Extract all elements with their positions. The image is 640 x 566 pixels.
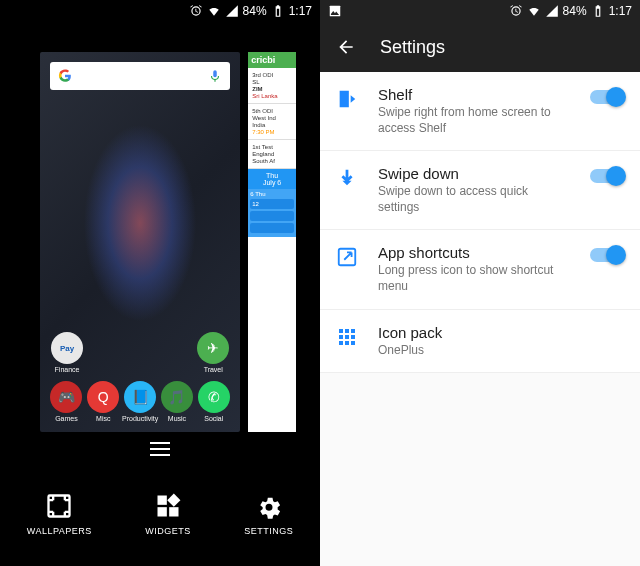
- widget-preview[interactable]: cricbi 3rd ODI SL ZIM Sri Lanka 5th ODI …: [248, 52, 296, 432]
- wifi-icon: [207, 4, 221, 18]
- setting-swipe-down[interactable]: Swipe downSwipe down to access quick set…: [320, 151, 640, 230]
- app-grid: PayFinance✈Travel 🎮GamesQMisc📘Productivi…: [48, 332, 232, 422]
- launcher-actions: WALLPAPERS WIDGETS SETTINGS: [0, 492, 320, 536]
- svg-rect-2: [167, 494, 180, 507]
- setting-title: App shortcuts: [378, 244, 570, 261]
- app-icon: 🎵: [161, 381, 193, 413]
- statusbar-right: 84% 1:17: [320, 0, 640, 22]
- app-label: Travel: [204, 366, 223, 373]
- app-label: Productivity: [122, 415, 158, 422]
- match-2: 5th ODI West Ind India 7:30 PM: [248, 104, 296, 140]
- app-shortcuts-icon: [336, 246, 358, 268]
- battery-icon: [271, 4, 285, 18]
- gear-icon: [255, 492, 283, 520]
- app-icon: 📘: [124, 381, 156, 413]
- icon-pack-icon: [336, 326, 358, 348]
- svg-rect-0: [49, 496, 70, 517]
- svg-rect-4: [169, 507, 178, 516]
- toggle-switch[interactable]: [590, 248, 624, 262]
- svg-rect-1: [158, 496, 167, 505]
- calendar-header: Thu July 6: [248, 169, 296, 189]
- app-icon: ✈: [197, 332, 229, 364]
- phone-settings: 84% 1:17 Settings ShelfSwipe right from …: [320, 0, 640, 566]
- match-3: 1st Test England South Af: [248, 140, 296, 169]
- wifi-icon: [527, 4, 541, 18]
- launcher-overview: PayFinance✈Travel 🎮GamesQMisc📘Productivi…: [0, 22, 320, 566]
- settings-list: ShelfSwipe right from home screen to acc…: [320, 72, 640, 373]
- app-social[interactable]: ✆Social: [195, 381, 232, 422]
- app-label: Finance: [55, 366, 80, 373]
- svg-rect-3: [158, 507, 167, 516]
- signal-icon: [545, 4, 559, 18]
- app-misc[interactable]: QMisc: [85, 381, 122, 422]
- battery-text: 84%: [243, 4, 267, 18]
- picture-icon: [328, 4, 342, 18]
- setting-icon-pack[interactable]: Icon packOnePlus: [320, 310, 640, 374]
- settings-button[interactable]: SETTINGS: [244, 492, 293, 536]
- setting-subtitle: OnePlus: [378, 343, 624, 359]
- wallpapers-icon: [45, 492, 73, 520]
- app-label: Music: [168, 415, 186, 422]
- match-1: 3rd ODI SL ZIM Sri Lanka: [248, 68, 296, 104]
- app-finance[interactable]: PayFinance: [48, 332, 86, 373]
- app-travel[interactable]: ✈Travel: [194, 332, 232, 373]
- statusbar-left: 84% 1:17: [0, 0, 320, 22]
- app-label: Social: [204, 415, 223, 422]
- appbar: Settings: [320, 22, 640, 72]
- page-title: Settings: [380, 37, 445, 58]
- app-icon: Q: [87, 381, 119, 413]
- app-productivity[interactable]: 📘Productivity: [122, 381, 159, 422]
- clock-text: 1:17: [609, 4, 632, 18]
- widgets-icon: [154, 492, 182, 520]
- google-logo-icon: [58, 69, 72, 83]
- setting-app-shortcuts[interactable]: App shortcutsLong press icon to show sho…: [320, 230, 640, 309]
- signal-icon: [225, 4, 239, 18]
- mic-icon[interactable]: [208, 69, 222, 83]
- app-label: Misc: [96, 415, 110, 422]
- shelf-icon: [336, 88, 358, 110]
- cricbuzz-header: cricbi: [248, 52, 296, 68]
- battery-icon: [591, 4, 605, 18]
- setting-title: Icon pack: [378, 324, 624, 341]
- back-button[interactable]: [336, 37, 356, 57]
- setting-subtitle: Swipe right from home screen to access S…: [378, 105, 570, 136]
- alarm-icon: [509, 4, 523, 18]
- app-icon: ✆: [198, 381, 230, 413]
- battery-text: 84%: [563, 4, 587, 18]
- toggle-switch[interactable]: [590, 90, 624, 104]
- home-preview[interactable]: PayFinance✈Travel 🎮GamesQMisc📘Productivi…: [40, 52, 240, 432]
- wallpapers-button[interactable]: WALLPAPERS: [27, 492, 92, 536]
- setting-subtitle: Swipe down to access quick settings: [378, 184, 570, 215]
- phone-launcher: 84% 1:17 PayFinance✈Travel 🎮GamesQMisc📘P…: [0, 0, 320, 566]
- app-label: Games: [55, 415, 78, 422]
- calendar-body: 6 Thu 12: [248, 189, 296, 237]
- app-music[interactable]: 🎵Music: [159, 381, 196, 422]
- swipe-down-icon: [336, 167, 358, 189]
- setting-shelf[interactable]: ShelfSwipe right from home screen to acc…: [320, 72, 640, 151]
- alarm-icon: [189, 4, 203, 18]
- toggle-switch[interactable]: [590, 169, 624, 183]
- setting-title: Swipe down: [378, 165, 570, 182]
- app-drawer-handle-icon[interactable]: [150, 442, 170, 456]
- widgets-button[interactable]: WIDGETS: [145, 492, 191, 536]
- google-search-bar[interactable]: [50, 62, 230, 90]
- clock-text: 1:17: [289, 4, 312, 18]
- app-icon: 🎮: [50, 381, 82, 413]
- setting-title: Shelf: [378, 86, 570, 103]
- setting-subtitle: Long press icon to show shortcut menu: [378, 263, 570, 294]
- app-icon: Pay: [51, 332, 83, 364]
- app-games[interactable]: 🎮Games: [48, 381, 85, 422]
